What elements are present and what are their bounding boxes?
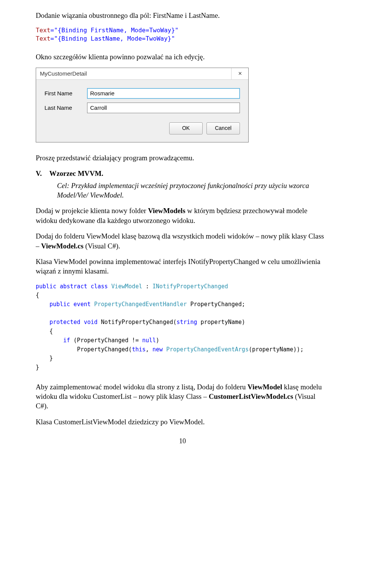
para-add-folder: Dodaj w projekcie klienta nowy folder Vi… <box>36 206 329 225</box>
ok-button[interactable]: OK <box>169 122 203 134</box>
last-name-input[interactable] <box>87 103 240 113</box>
section-number: V. <box>36 169 42 177</box>
dialog-titlebar: MyCustomerDetail ✕ <box>36 68 248 80</box>
page-number: 10 <box>36 436 329 446</box>
para-add-listvm: Aby zaimplementować model widoku dla str… <box>36 382 329 411</box>
para-inherits: Klasa CustomerListViewModel dziedziczy p… <box>36 417 329 427</box>
customer-detail-dialog: MyCustomerDetail ✕ First Name Last Name … <box>36 68 249 142</box>
close-icon[interactable]: ✕ <box>231 68 248 79</box>
para-edit-allowed: Okno szczegółów klienta powinno pozwalać… <box>36 52 329 62</box>
section-purpose: Cel: Przykład implementacji wcześniej pr… <box>57 181 329 200</box>
para-inotify: Klasa ViewModel powinna implementować in… <box>36 257 329 276</box>
first-name-input[interactable] <box>87 88 240 99</box>
dialog-title: MyCustomerDetail <box>36 70 231 77</box>
para-add-class: Dodaj do folderu ViewModel klasę bazową … <box>36 231 329 251</box>
heading-binding: Dodanie wiązania obustronnego dla pól: F… <box>36 11 329 20</box>
first-name-label: First Name <box>44 90 87 97</box>
para-present-program: Proszę przedstawić działający program pr… <box>36 153 329 163</box>
cancel-button[interactable]: Cancel <box>206 122 240 134</box>
section-title: Wzorzec MVVM. <box>49 169 103 177</box>
last-name-label: Last Name <box>44 104 87 112</box>
code-binding-attrs: Text="{Binding FirstName, Mode=TwoWay}" … <box>36 26 329 43</box>
section-heading: V.Wzorzec MVVM. <box>36 169 329 178</box>
code-viewmodel-class: public abstract class ViewModel : INotif… <box>36 282 329 372</box>
